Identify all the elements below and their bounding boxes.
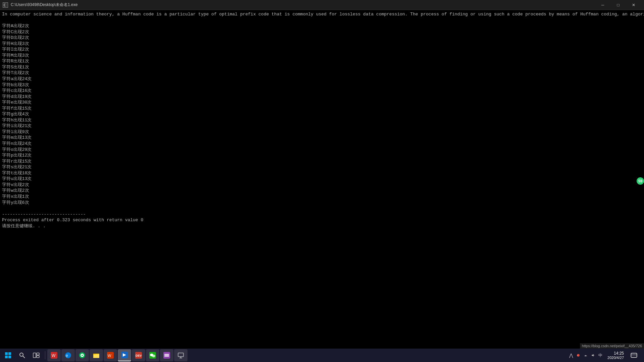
clock-date: 2020/4/27 [607,356,624,360]
360-browser-button[interactable] [75,349,89,361]
wechat-button[interactable] [146,349,159,361]
start-button[interactable] [1,349,15,361]
taskbar-right: ⋀ ! 中 14:25 2020/4/27 [568,349,643,361]
char-count-line: 字符c出现16次 [2,88,642,94]
sandwich-button[interactable] [160,349,173,361]
char-count-line: 字符w出现2次 [2,188,642,194]
cmd-icon: C [3,2,8,8]
char-count-line: 字符D出现2次 [2,35,642,41]
char-count-line: 字符f出现15次 [2,106,642,112]
maximize-button[interactable]: □ [610,0,626,10]
svg-rect-41 [631,353,637,358]
window-title: C:\Users\93498\Desktop\未命名1.exe [11,2,77,8]
char-count-line: 字符T出现2次 [2,70,642,76]
svg-text:e: e [66,353,68,358]
sandwich-icon [163,352,170,359]
svg-rect-31 [164,354,169,355]
intro-text: In computer science and information theo… [2,11,642,17]
svg-rect-32 [164,355,169,356]
svg-point-6 [20,353,23,356]
svg-point-39 [585,356,586,357]
char-count-line: 字符A出现2次 [2,23,642,29]
system-clock[interactable]: 14:25 2020/4/27 [605,351,627,360]
char-count-line: 字符S出现1次 [2,64,642,70]
tray-chevron-icon[interactable]: ⋀ [568,352,574,358]
tray-virus-icon[interactable]: ! [575,352,581,358]
monitor-icon [177,352,184,359]
svg-rect-34 [178,353,183,357]
monitor-button[interactable] [174,349,187,361]
tray-network-icon[interactable] [583,352,589,358]
svg-rect-19 [93,354,99,358]
exit-message: Process exited after 0.323 seconds with … [2,217,642,223]
char-count-line: 字符v出现2次 [2,182,642,188]
svg-rect-10 [37,356,39,358]
svg-rect-4 [5,356,8,358]
char-count-line: 字符s出现21次 [2,164,642,170]
notification-center-button[interactable] [628,349,640,361]
svg-rect-33 [164,356,169,357]
svg-text:W: W [108,354,111,358]
tray-input-icon[interactable]: 中 [597,352,603,358]
tray-volume-icon[interactable] [590,352,596,358]
search-icon [19,352,25,359]
wps-writer-icon: W [51,352,57,359]
side-badge[interactable]: 59 [637,177,644,185]
dev-cpp-button[interactable]: DEV [132,349,145,361]
svg-text:C: C [4,3,6,7]
char-count-line: 字符m出现13次 [2,135,642,141]
browser-button[interactable]: e [61,349,75,361]
char-count-line: 字符I出现2次 [2,47,642,53]
char-count-line: 字符C出现2次 [2,29,642,35]
minimize-button[interactable]: ─ [595,0,610,10]
taskbar-separator-1 [45,351,45,359]
svg-text:W: W [52,353,56,358]
char-count-line: 字符p出现12次 [2,153,642,159]
arrow-launcher-button[interactable] [118,349,131,361]
char-count-line: 字符i出现21次 [2,123,642,129]
char-count-line: 字符y出现6次 [2,200,642,206]
taskbar: W e W [0,349,644,362]
browser-icon: e [65,352,71,359]
wps-office-button[interactable]: W [104,349,117,361]
svg-point-29 [152,355,155,357]
wps-writer-button[interactable]: W [47,349,61,361]
blank-line1 [2,17,642,23]
svg-rect-3 [8,352,11,355]
char-count-line: 字符M出现3次 [2,53,642,59]
char-count-line: 字符R出现1次 [2,58,642,64]
char-count-list: 字符A出现2次字符C出现2次字符D出现2次字符H出现3次字符I出现2次字符M出现… [2,23,642,205]
wps-office-icon: W [107,352,114,359]
svg-marker-40 [592,354,593,357]
title-bar-left: C C:\Users\93498\Desktop\未命名1.exe [3,2,77,8]
continue-message: 请按任意键继续. . . [2,223,642,229]
char-count-line: 字符d出现19次 [2,94,642,100]
console-area: In computer science and information theo… [0,10,644,349]
task-view-icon [33,352,40,359]
svg-rect-9 [37,353,39,355]
search-button[interactable] [15,349,29,361]
char-count-line: 字符o出现29次 [2,147,642,153]
360-icon [79,352,86,359]
window-controls: ─ □ ✕ [595,0,641,10]
svg-text:DEV: DEV [136,354,142,357]
char-count-line: 字符a出现24次 [2,76,642,82]
blank-line2 [2,205,642,212]
separator-line: -------------------------------- [2,212,642,218]
char-count-line: 字符t出现18次 [2,170,642,176]
char-count-line: 字符r出现15次 [2,159,642,165]
char-count-line: 字符u出现13次 [2,176,642,182]
svg-point-17 [82,355,83,356]
title-bar: C C:\Users\93498\Desktop\未命名1.exe ─ □ ✕ [0,0,644,10]
svg-rect-5 [8,356,11,358]
svg-line-7 [23,356,25,358]
char-count-line: 字符H出现3次 [2,41,642,47]
file-explorer-icon [93,352,100,359]
char-count-line: 字符b出现3次 [2,82,642,88]
close-button[interactable]: ✕ [626,0,641,10]
task-view-button[interactable] [30,349,43,361]
svg-rect-2 [5,352,8,355]
char-count-line: 字符n出现24次 [2,141,642,147]
char-count-line: 字符e出现30次 [2,100,642,106]
file-explorer-button[interactable] [90,349,103,361]
